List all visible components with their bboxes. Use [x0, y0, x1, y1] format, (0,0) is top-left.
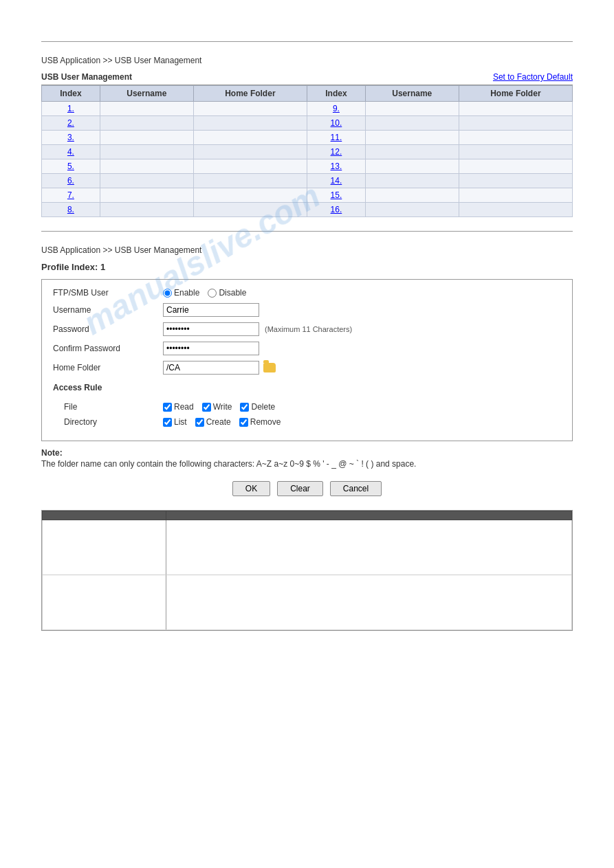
create-label: Create [206, 417, 231, 427]
table-row-left-username-3 [100, 145, 193, 159]
enable-radio[interactable] [163, 289, 172, 298]
col-header-username1: Username [100, 86, 193, 102]
table-row: 2.10. [42, 116, 573, 131]
table-row-right-home-7 [459, 203, 572, 217]
table-row-right-index-2[interactable]: 11. [331, 133, 342, 142]
remove-label: Remove [250, 417, 281, 427]
table-row-left-home-3 [193, 145, 307, 159]
table-row-right-index-5[interactable]: 14. [331, 176, 342, 186]
breadcrumb-top: USB Application >> USB User Management [41, 56, 573, 65]
table-row-right-username-7 [365, 203, 459, 217]
col-header-index2: Index [307, 86, 365, 102]
disable-radio[interactable] [208, 289, 217, 298]
table-row-left-index-4[interactable]: 5. [67, 162, 74, 171]
table-row-right-home-1 [459, 116, 572, 131]
create-checkbox[interactable] [195, 418, 204, 427]
note-text: The folder name can only contain the fol… [41, 459, 416, 469]
ftp-smb-radio-group: Enable Disable [163, 288, 246, 298]
table-row-right-username-5 [365, 174, 459, 188]
table-row-right-home-3 [459, 145, 572, 159]
cancel-button[interactable]: Cancel [330, 481, 382, 496]
table-row: 1.9. [42, 102, 573, 116]
table-row-left-username-4 [100, 159, 193, 174]
confirm-password-label: Confirm Password [53, 344, 163, 353]
table-row-right-home-5 [459, 174, 572, 188]
folder-browse-icon[interactable] [263, 363, 276, 372]
read-checkbox-item[interactable]: Read [163, 402, 194, 412]
table-row-left-index-7[interactable]: 8. [67, 205, 74, 214]
table-row-left-username-5 [100, 174, 193, 188]
table-row-left-home-7 [193, 203, 307, 217]
username-input[interactable] [163, 303, 259, 317]
password-input[interactable] [163, 322, 259, 336]
disable-label: Disable [219, 288, 246, 298]
table-row-right-index-1[interactable]: 10. [331, 118, 342, 128]
password-label: Password [53, 324, 163, 334]
table-row-right-index-4[interactable]: 13. [331, 162, 342, 171]
ok-button[interactable]: OK [232, 481, 270, 496]
factory-default-link[interactable]: Set to Factory Default [493, 72, 573, 82]
table-row-left-home-2 [193, 131, 307, 145]
enable-label: Enable [174, 288, 199, 298]
list-checkbox-item[interactable]: List [163, 417, 187, 427]
confirm-password-row: Confirm Password [53, 342, 561, 355]
table-row-right-username-4 [365, 159, 459, 174]
table-row-left-index-2[interactable]: 3. [67, 133, 74, 142]
description-table [42, 511, 572, 630]
list-checkbox[interactable] [163, 418, 172, 427]
table-row-left-home-1 [193, 116, 307, 131]
directory-checkbox-group: List Create Remove [163, 417, 281, 427]
disable-radio-item[interactable]: Disable [208, 288, 246, 298]
table-row-right-username-6 [365, 188, 459, 203]
user-management-table: Index Username Home Folder Index Usernam… [41, 85, 573, 217]
desc-row2-col1 [43, 575, 166, 630]
clear-button[interactable]: Clear [277, 481, 323, 496]
desc-col2-header [166, 511, 572, 520]
table-row-right-username-2 [365, 131, 459, 145]
profile-form-box: FTP/SMB User Enable Disable Username Pas… [41, 279, 573, 441]
table-row-left-home-0 [193, 102, 307, 116]
write-checkbox-item[interactable]: Write [202, 402, 232, 412]
table-row-right-username-0 [365, 102, 459, 116]
table-row: 6.14. [42, 174, 573, 188]
write-checkbox[interactable] [202, 403, 211, 412]
read-label: Read [174, 402, 194, 412]
table-row-right-index-0[interactable]: 9. [333, 104, 340, 113]
top-section: USB Application >> USB User Management U… [41, 56, 573, 217]
create-checkbox-item[interactable]: Create [195, 417, 231, 427]
remove-checkbox-item[interactable]: Remove [239, 417, 281, 427]
profile-section: USB Application >> USB User Management P… [41, 245, 573, 496]
table-row-left-index-6[interactable]: 7. [67, 190, 74, 200]
col-header-homefolder2: Home Folder [459, 86, 572, 102]
breadcrumb-profile: USB Application >> USB User Management [41, 245, 573, 255]
table-row-left-index-3[interactable]: 4. [67, 147, 74, 157]
remove-checkbox[interactable] [239, 418, 248, 427]
table-row-left-index-0[interactable]: 1. [67, 104, 74, 113]
table-row-left-index-5[interactable]: 6. [67, 176, 74, 186]
ftp-smb-row: FTP/SMB User Enable Disable [53, 288, 561, 298]
table-row-left-home-4 [193, 159, 307, 174]
note-section: Note: The folder name can only contain t… [41, 448, 573, 470]
home-folder-input[interactable] [163, 361, 259, 375]
read-checkbox[interactable] [163, 403, 172, 412]
table-row-right-index-6[interactable]: 15. [331, 190, 342, 200]
home-folder-row: Home Folder [53, 361, 561, 375]
table-title-bar: USB User Management Set to Factory Defau… [41, 72, 573, 85]
confirm-password-input[interactable] [163, 342, 259, 355]
delete-checkbox-item[interactable]: Delete [240, 402, 275, 412]
max-chars-note: (Maximum 11 Characters) [265, 325, 352, 333]
table-row-right-home-6 [459, 188, 572, 203]
delete-checkbox[interactable] [240, 403, 249, 412]
desc-row-2 [43, 575, 572, 630]
table-row-right-index-7[interactable]: 16. [331, 205, 342, 214]
table-row-left-index-1[interactable]: 2. [67, 118, 74, 128]
home-folder-label: Home Folder [53, 363, 163, 372]
file-permissions-row: File Read Write Delete [53, 402, 561, 412]
table-row-right-index-3[interactable]: 12. [331, 147, 342, 157]
table-row: 8.16. [42, 203, 573, 217]
desc-row1-col1 [43, 520, 166, 575]
file-checkbox-group: Read Write Delete [163, 402, 275, 412]
desc-row1-col2 [166, 520, 572, 575]
ftp-smb-label: FTP/SMB User [53, 288, 163, 298]
enable-radio-item[interactable]: Enable [163, 288, 199, 298]
